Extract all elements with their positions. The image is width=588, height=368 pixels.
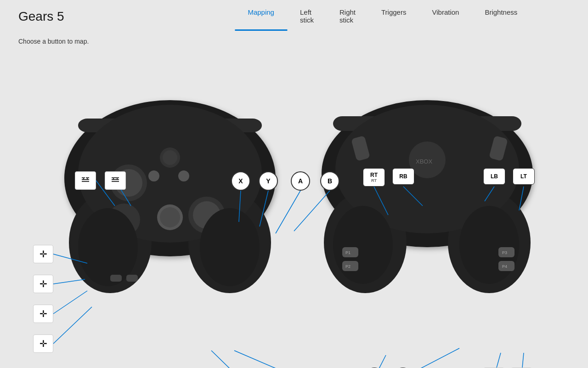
button-a[interactable]: A [291, 171, 310, 191]
svg-point-15 [78, 208, 138, 286]
tab-triggers[interactable]: Triggers [368, 3, 419, 31]
button-rt[interactable]: RT RT [363, 168, 385, 187]
a-label: A [298, 177, 303, 185]
dpad-down-icon: ✛ [40, 308, 47, 319]
svg-rect-17 [110, 275, 122, 282]
button-left-paddle2[interactable] [105, 171, 126, 190]
svg-point-32 [459, 206, 519, 284]
dpad-up[interactable]: ✛ [33, 245, 53, 263]
svg-line-73 [211, 351, 230, 368]
dpad-extra[interactable]: ✛ [33, 334, 53, 353]
header: Gears 5 Mapping Left stick Right stick T… [0, 0, 588, 24]
tab-vibration[interactable]: Vibration [419, 3, 472, 31]
dpad-left[interactable]: ✛ [33, 275, 53, 293]
svg-rect-48 [112, 181, 119, 182]
svg-rect-41 [82, 179, 89, 180]
svg-line-72 [53, 307, 92, 344]
svg-point-11 [148, 170, 159, 181]
svg-rect-45 [83, 177, 84, 180]
svg-line-79 [374, 355, 386, 368]
svg-rect-42 [82, 181, 89, 182]
dpad-left-icon: ✛ [40, 278, 47, 289]
tab-brightness[interactable]: Brightness [472, 3, 530, 31]
instruction-label: Choose a button to map. [18, 38, 89, 45]
navigation-tabs: Mapping Left stick Right stick Triggers … [235, 3, 530, 31]
lb-label: LB [491, 173, 498, 180]
svg-line-80 [403, 348, 459, 368]
button-left-paddle1[interactable] [75, 171, 96, 190]
svg-text:XBOX: XBOX [416, 158, 432, 165]
rt-label: RT [370, 172, 378, 178]
svg-rect-46 [87, 177, 88, 180]
button-b[interactable]: B [320, 171, 339, 191]
svg-rect-49 [112, 177, 119, 178]
y-label: Y [266, 177, 270, 185]
game-title: Gears 5 [18, 9, 92, 24]
tab-right-stick[interactable]: Right stick [327, 3, 368, 31]
button-lb[interactable]: LB [483, 168, 505, 185]
rt-sub: RT [371, 178, 377, 183]
svg-point-31 [333, 206, 393, 284]
button-x[interactable]: X [231, 171, 250, 191]
svg-rect-51 [117, 177, 118, 180]
svg-line-81 [494, 353, 501, 368]
tab-mapping[interactable]: Mapping [235, 3, 287, 31]
button-y[interactable]: Y [259, 171, 278, 191]
svg-text:P3: P3 [502, 250, 507, 255]
svg-rect-18 [126, 275, 138, 282]
tab-left-stick[interactable]: Left stick [287, 3, 327, 31]
svg-rect-47 [112, 179, 119, 180]
svg-point-16 [200, 208, 260, 286]
rb-label: RB [399, 173, 407, 180]
button-lt[interactable]: LT [513, 168, 535, 185]
svg-line-82 [521, 353, 524, 368]
button-rb[interactable]: RB [392, 168, 414, 185]
b-label: B [328, 177, 332, 185]
svg-line-74 [234, 351, 277, 368]
dpad-extra-icon: ✛ [40, 338, 47, 349]
controller-container: XBOX P1 P2 P3 P4 [0, 50, 588, 362]
svg-point-12 [178, 170, 189, 181]
main-area: XBOX P1 P2 P3 P4 [0, 50, 588, 362]
dpad-down[interactable]: ✛ [33, 305, 53, 323]
dpad-up-icon: ✛ [40, 249, 47, 260]
svg-text:P2: P2 [345, 264, 351, 269]
x-label: X [238, 177, 243, 185]
svg-point-14 [163, 150, 177, 165]
svg-text:P1: P1 [345, 250, 351, 255]
lt-label: LT [520, 173, 527, 180]
svg-text:P4: P4 [502, 264, 507, 269]
svg-rect-50 [113, 177, 114, 180]
svg-point-20 [160, 207, 180, 227]
